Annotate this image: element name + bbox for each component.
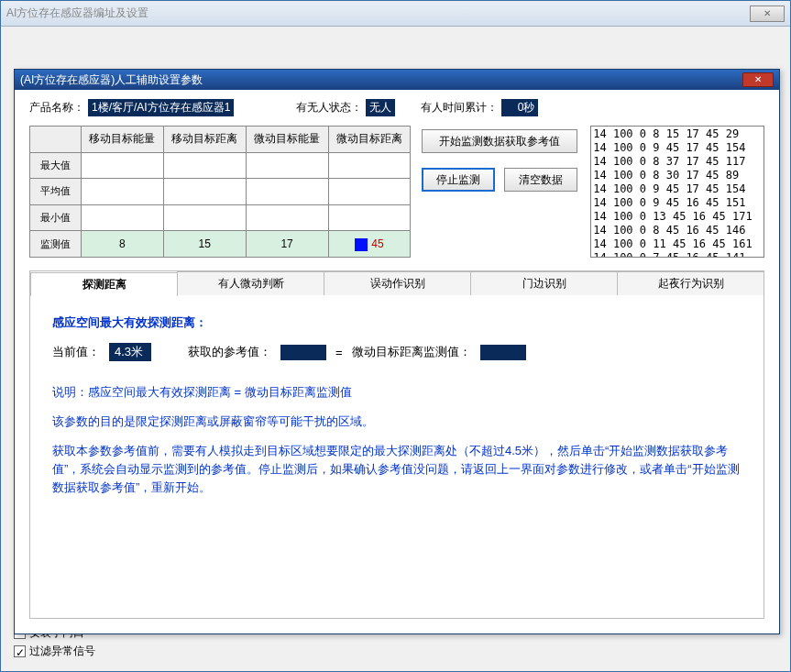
product-value: 1楼/客厅/AI方位存在感应器1 (88, 99, 234, 116)
tab-detection-distance[interactable]: 探测距离 (30, 272, 178, 296)
tab-micro-movement[interactable]: 有人微动判断 (177, 271, 324, 295)
explain-1: 说明：感应空间最大有效探测距离 = 微动目标距离监测值 (52, 383, 742, 402)
tab-container: 探测距离 有人微动判断 误动作识别 门边识别 起夜行为识别 感应空间最大有效探测… (29, 270, 764, 619)
corner-cell (30, 127, 82, 153)
inner-title: (AI方位存在感应器)人工辅助设置参数 (20, 72, 203, 88)
inner-title-bar: (AI方位存在感应器)人工辅助设置参数 ✕ (15, 70, 779, 90)
col-move-dist: 移动目标距离 (163, 127, 246, 153)
row-max: 最大值 (30, 152, 82, 179)
start-monitor-button[interactable]: 开始监测数据获取参考值 (422, 129, 577, 153)
outer-close-button[interactable]: ✕ (750, 6, 785, 22)
explain-3: 获取本参数参考值前，需要有人模拟走到目标区域想要限定的最大探测距离处（不超过4.… (52, 442, 742, 497)
cb-filter[interactable] (14, 645, 26, 657)
current-label: 当前值： (52, 344, 100, 360)
presence-label: 有无人状态： (296, 100, 362, 116)
ref-label: 获取的参考值： (188, 344, 271, 360)
col-micro-dist: 微动目标距离 (328, 127, 411, 153)
data-log[interactable]: 14 100 0 8 15 17 45 29 14 100 0 9 45 17 … (590, 126, 764, 258)
tab-false-action[interactable]: 误动作识别 (324, 271, 471, 295)
explain-2: 该参数的目的是限定探测距离或屏蔽窗帘等可能干扰的区域。 (52, 413, 742, 431)
current-value: 4.3米 (109, 343, 151, 361)
eq-sign: = (335, 346, 343, 359)
indicator-icon (355, 238, 368, 251)
mon-value (480, 345, 526, 360)
clear-data-button[interactable]: 清空数据 (504, 168, 577, 192)
measurement-table: 移动目标能量 移动目标距离 微动目标能量 微动目标距离 最大值 平均值 最小值 … (29, 126, 411, 258)
outer-body: 感应器工作模式： 常规存在模式 方向识别模式 允许本感应器的光照度信息往总线发送… (1, 27, 790, 671)
row-mon: 监测值 (30, 231, 82, 258)
duration-label: 有人时间累计： (421, 100, 498, 116)
outer-window: AI方位存在感应器编址及设置 ✕ 感应器工作模式： 常规存在模式 方向识别模式 … (0, 0, 791, 672)
panel-heading: 感应空间最大有效探测距离： (52, 314, 742, 332)
cb-filter-label: 过滤异常信号 (29, 644, 95, 657)
row-avg: 平均值 (30, 179, 82, 205)
ref-value (280, 345, 326, 360)
mon-c4-value: 45 (371, 237, 383, 250)
outer-title-bar: AI方位存在感应器编址及设置 ✕ (1, 1, 790, 27)
product-label: 产品名称： (29, 100, 84, 116)
col-micro-energy: 微动目标能量 (246, 127, 328, 153)
outer-title: AI方位存在感应器编址及设置 (6, 6, 148, 21)
inner-close-button[interactable]: ✕ (742, 72, 774, 87)
stop-monitor-button[interactable]: 停止监测 (422, 168, 495, 192)
mon-c2: 15 (163, 231, 246, 258)
presence-value: 无人 (366, 99, 395, 116)
tab-nightrise[interactable]: 起夜行为识别 (617, 271, 764, 295)
mon-c1: 8 (81, 231, 163, 258)
mon-c3: 17 (246, 231, 328, 258)
tab-body: 感应空间最大有效探测距离： 当前值： 4.3米 获取的参考值： = 微动目标距离… (30, 294, 764, 618)
duration-value: 0秒 (501, 99, 538, 116)
inner-dialog: (AI方位存在感应器)人工辅助设置参数 ✕ 产品名称： 1楼/客厅/AI方位存在… (14, 69, 780, 634)
col-move-energy: 移动目标能量 (81, 127, 163, 153)
mon-c4: 45 (328, 231, 411, 258)
row-min: 最小值 (30, 204, 82, 231)
mon-label: 微动目标距离监测值： (352, 344, 471, 360)
tab-door-side[interactable]: 门边识别 (470, 271, 618, 295)
